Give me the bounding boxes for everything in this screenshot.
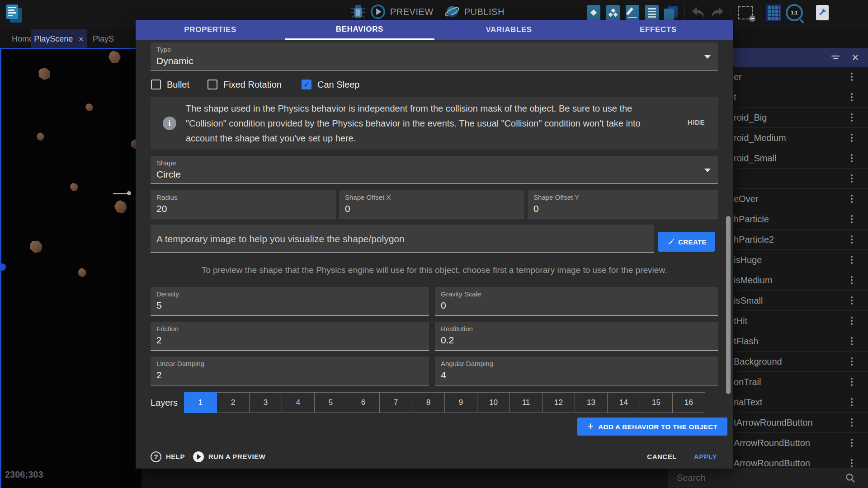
kebab-menu-icon[interactable] — [851, 296, 853, 305]
shape-offset-y-field[interactable]: Shape Offset Y 0 — [528, 190, 718, 219]
kebab-menu-icon[interactable] — [851, 73, 853, 81]
properties-list-icon[interactable] — [644, 5, 660, 21]
density-field[interactable]: Density 5 — [151, 287, 429, 316]
kebab-menu-icon[interactable] — [851, 317, 853, 325]
kebab-menu-icon[interactable] — [851, 459, 853, 467]
grid-toggle-icon[interactable] — [766, 5, 781, 21]
kebab-menu-icon[interactable] — [851, 235, 853, 244]
gravity-scale-field[interactable]: Gravity Scale 0 — [435, 287, 718, 316]
kebab-menu-icon[interactable] — [851, 418, 853, 427]
radius-field[interactable]: Radius 20 — [151, 190, 336, 219]
help-button[interactable]: ? HELP — [151, 451, 185, 462]
asteroid-instance[interactable] — [108, 50, 122, 64]
dialog-scrollbar[interactable] — [726, 216, 731, 394]
kebab-menu-icon[interactable] — [851, 398, 853, 406]
scene-canvas[interactable]: 2306;303 — [0, 48, 142, 488]
debug-icon[interactable] — [350, 4, 366, 20]
layer-option-6[interactable]: 6 — [347, 392, 380, 413]
asteroid-instance[interactable] — [85, 103, 93, 111]
kebab-menu-icon[interactable] — [851, 439, 853, 447]
can-sleep-checkbox[interactable]: ✓ Can Sleep — [302, 77, 359, 92]
checkbox-icon[interactable]: ✓ — [208, 80, 217, 89]
tab-playscene-events[interactable]: PlayS — [93, 29, 114, 49]
shape-offset-x-field[interactable]: Shape Offset X 0 — [339, 190, 524, 219]
shape-select[interactable]: Shape Circle — [151, 156, 718, 184]
checkbox-icon[interactable]: ✓ — [302, 80, 311, 89]
kebab-menu-icon[interactable] — [851, 113, 853, 122]
tools-icon[interactable] — [815, 5, 830, 21]
friction-field[interactable]: Friction 2 — [151, 322, 429, 351]
zoom-reset-icon[interactable]: 1:1 — [785, 5, 803, 21]
asteroid-instance[interactable] — [35, 131, 46, 142]
instances-list-icon[interactable] — [664, 5, 679, 21]
layer-option-2[interactable]: 2 — [217, 392, 250, 413]
linear-damping-field[interactable]: Linear Damping 2 — [151, 357, 429, 385]
tab-playscene[interactable]: PlayScene ✕ — [31, 29, 87, 49]
layer-option-14[interactable]: 14 — [608, 392, 640, 413]
checkbox-icon[interactable]: ✓ — [151, 80, 161, 89]
kebab-menu-icon[interactable] — [851, 93, 853, 101]
layer-option-11[interactable]: 11 — [510, 392, 542, 413]
asteroid-instance[interactable] — [37, 66, 52, 81]
layer-option-3[interactable]: 3 — [250, 392, 282, 413]
kebab-menu-icon[interactable] — [851, 134, 853, 142]
kebab-menu-icon[interactable] — [851, 215, 853, 223]
layer-option-5[interactable]: 5 — [315, 392, 347, 413]
layer-option-15[interactable]: 15 — [640, 392, 673, 413]
asteroid-instance[interactable] — [76, 267, 88, 279]
apply-button[interactable]: APPLY — [694, 453, 717, 460]
clear-selection-icon[interactable] — [736, 5, 755, 21]
layer-option-7[interactable]: 7 — [380, 392, 412, 413]
project-manager-icon[interactable] — [6, 5, 22, 23]
add-behavior-button[interactable]: + ADD A BEHAVIOR TO THE OBJECT — [577, 418, 727, 436]
scene-origin-handle[interactable] — [0, 263, 6, 271]
restitution-field[interactable]: Restitution 0.2 — [435, 322, 718, 351]
tab-effects[interactable]: EFFECTS — [584, 20, 733, 40]
redo-button[interactable] — [710, 5, 725, 21]
hide-button[interactable]: HIDE — [688, 118, 705, 126]
tab-variables[interactable]: VARIABLES — [434, 20, 584, 40]
filter-icon[interactable] — [831, 54, 840, 61]
objects-editor-icon[interactable] — [586, 5, 601, 21]
close-tab-icon[interactable]: ✕ — [78, 35, 84, 43]
create-button[interactable]: CREATE — [658, 232, 715, 252]
undo-button[interactable] — [690, 5, 706, 21]
objects-search-field[interactable]: Search — [668, 468, 868, 488]
asteroid-instance[interactable] — [70, 183, 78, 191]
object-groups-icon[interactable] — [605, 5, 621, 21]
bullet-checkbox[interactable]: ✓ Bullet — [151, 77, 189, 92]
kebab-menu-icon[interactable] — [851, 154, 853, 162]
kebab-menu-icon[interactable] — [851, 378, 853, 386]
tab-properties[interactable]: PROPERTIES — [136, 20, 285, 40]
publish-icon[interactable] — [444, 4, 460, 20]
preview-button[interactable]: PREVIEW — [390, 7, 434, 17]
asteroid-instance[interactable] — [113, 199, 128, 215]
layer-option-16[interactable]: 16 — [673, 392, 705, 413]
layer-option-9[interactable]: 9 — [445, 392, 477, 413]
run-preview-button[interactable]: RUN A PREVIEW — [193, 451, 265, 462]
layer-option-13[interactable]: 13 — [575, 392, 608, 413]
kebab-menu-icon[interactable] — [851, 174, 853, 183]
layer-option-10[interactable]: 10 — [477, 392, 510, 413]
layer-option-12[interactable]: 12 — [542, 392, 575, 413]
close-panel-icon[interactable]: ✕ — [852, 53, 859, 62]
type-select[interactable]: Type Dynamic — [151, 42, 718, 70]
temp-image-field[interactable]: A temporary image to help you visualize … — [151, 225, 654, 253]
asteroid-instance[interactable] — [29, 239, 43, 254]
drag-handle-dot[interactable] — [127, 191, 131, 195]
kebab-menu-icon[interactable] — [851, 195, 853, 203]
kebab-menu-icon[interactable] — [851, 357, 853, 366]
kebab-menu-icon[interactable] — [851, 256, 853, 264]
layer-option-8[interactable]: 8 — [412, 392, 445, 413]
fixed-rotation-checkbox[interactable]: ✓ Fixed Rotation — [208, 77, 282, 92]
cancel-button[interactable]: CANCEL — [647, 453, 677, 460]
angular-damping-field[interactable]: Angular Damping 4 — [435, 357, 718, 385]
edit-scene-icon[interactable] — [625, 5, 640, 21]
kebab-menu-icon[interactable] — [851, 276, 853, 284]
kebab-menu-icon[interactable] — [851, 337, 853, 345]
publish-button[interactable]: PUBLISH — [464, 7, 505, 17]
tab-behaviors[interactable]: BEHAVIORS — [285, 20, 434, 40]
layer-option-1[interactable]: 1 — [184, 392, 217, 413]
preview-icon[interactable] — [370, 4, 386, 20]
layer-option-4[interactable]: 4 — [282, 392, 315, 413]
